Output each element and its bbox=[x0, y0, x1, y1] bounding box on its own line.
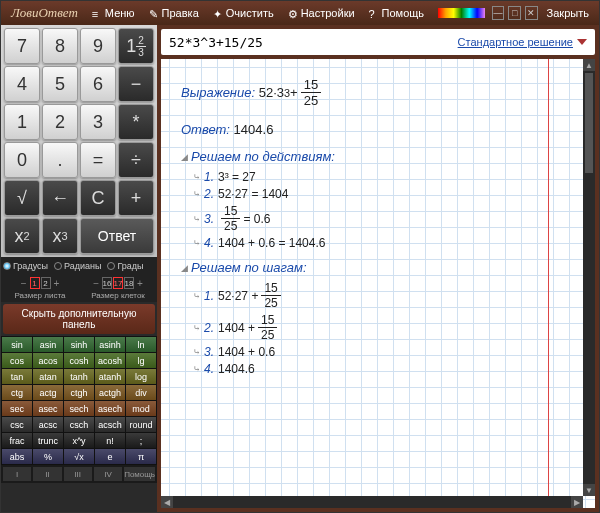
solution-type-link[interactable]: Стандартное решение bbox=[458, 36, 573, 48]
func-ctg[interactable]: ctg bbox=[2, 385, 32, 400]
func-atan[interactable]: atan bbox=[33, 369, 63, 384]
calculator-panel: 7 8 9 123 4 5 6 − 1 2 3 * 0 . = ÷ √ ← C … bbox=[1, 25, 157, 512]
key-multiply[interactable]: * bbox=[118, 104, 154, 140]
key-4[interactable]: 4 bbox=[4, 66, 40, 102]
scroll-right-icon[interactable]: ▶ bbox=[571, 496, 583, 508]
func-sinh[interactable]: sinh bbox=[64, 337, 94, 352]
key-answer[interactable]: Ответ bbox=[80, 218, 154, 254]
func-asinh[interactable]: asinh bbox=[95, 337, 125, 352]
scroll-thumb[interactable] bbox=[585, 73, 593, 173]
key-backspace[interactable]: ← bbox=[42, 180, 78, 216]
minimize-button[interactable]: — bbox=[492, 6, 505, 20]
menu-button[interactable]: ≡Меню bbox=[86, 5, 141, 21]
dropdown-icon[interactable] bbox=[577, 39, 587, 45]
maximize-button[interactable]: □ bbox=[508, 6, 521, 20]
close-button[interactable]: ✕ bbox=[525, 6, 538, 20]
func-asec[interactable]: asec bbox=[33, 401, 63, 416]
scroll-down-icon[interactable]: ▼ bbox=[583, 484, 595, 496]
func-acos[interactable]: acos bbox=[33, 353, 63, 368]
key-8[interactable]: 8 bbox=[42, 28, 78, 64]
key-equals[interactable]: = bbox=[80, 142, 116, 178]
func-csch[interactable]: csch bbox=[64, 417, 94, 432]
func-actg[interactable]: actg bbox=[33, 385, 63, 400]
func-acsc[interactable]: acsc bbox=[33, 417, 63, 432]
scroll-left-icon[interactable]: ◀ bbox=[161, 496, 173, 508]
hide-panel-button[interactable]: Скрыть дополнительную панель bbox=[3, 304, 155, 334]
radio-radians[interactable]: Радианы bbox=[54, 261, 101, 271]
key-minus[interactable]: − bbox=[118, 66, 154, 102]
func-ln[interactable]: ln bbox=[126, 337, 156, 352]
func-acsch[interactable]: acsch bbox=[95, 417, 125, 432]
func-tanh[interactable]: tanh bbox=[64, 369, 94, 384]
func-trunc[interactable]: trunc bbox=[33, 433, 63, 448]
func-√x[interactable]: √x bbox=[64, 449, 94, 464]
sheet-minus[interactable]: − bbox=[19, 278, 29, 289]
scroll-up-icon[interactable]: ▲ bbox=[583, 59, 595, 71]
scrollbar-vertical[interactable]: ▲▼ bbox=[583, 59, 595, 496]
key-2[interactable]: 2 bbox=[42, 104, 78, 140]
func-acosh[interactable]: acosh bbox=[95, 353, 125, 368]
func-e[interactable]: e bbox=[95, 449, 125, 464]
bottom-Помощь[interactable]: Помощь bbox=[124, 467, 155, 481]
func-tan[interactable]: tan bbox=[2, 369, 32, 384]
settings-button[interactable]: ⚙Настройки bbox=[282, 5, 361, 21]
key-clear[interactable]: C bbox=[80, 180, 116, 216]
key-9[interactable]: 9 bbox=[80, 28, 116, 64]
sheet-val-1[interactable]: 1 bbox=[30, 277, 40, 289]
func-atanh[interactable]: atanh bbox=[95, 369, 125, 384]
func-sin[interactable]: sin bbox=[2, 337, 32, 352]
key-divide[interactable]: ÷ bbox=[118, 142, 154, 178]
key-7[interactable]: 7 bbox=[4, 28, 40, 64]
clear-button[interactable]: ✦Очистить bbox=[207, 5, 280, 21]
key-plus[interactable]: + bbox=[118, 180, 154, 216]
scrollbar-horizontal[interactable]: ◀▶ bbox=[161, 496, 583, 508]
func-sec[interactable]: sec bbox=[2, 401, 32, 416]
radio-grads[interactable]: Грады bbox=[107, 261, 143, 271]
func-mod[interactable]: mod bbox=[126, 401, 156, 416]
func-;[interactable]: ; bbox=[126, 433, 156, 448]
sheet-val-2[interactable]: 2 bbox=[41, 277, 51, 289]
func-ctgh[interactable]: ctgh bbox=[64, 385, 94, 400]
key-sqrt[interactable]: √ bbox=[4, 180, 40, 216]
func-actgh[interactable]: actgh bbox=[95, 385, 125, 400]
func-csc[interactable]: csc bbox=[2, 417, 32, 432]
func-log[interactable]: log bbox=[126, 369, 156, 384]
key-fraction[interactable]: 123 bbox=[118, 28, 154, 64]
func-%[interactable]: % bbox=[33, 449, 63, 464]
key-0[interactable]: 0 bbox=[4, 142, 40, 178]
bottom-II[interactable]: II bbox=[33, 467, 61, 481]
help-button[interactable]: ?Помощь bbox=[363, 5, 431, 21]
edit-button[interactable]: ✎Правка bbox=[143, 5, 205, 21]
cell-plus[interactable]: + bbox=[135, 278, 145, 289]
key-x2[interactable]: x2 bbox=[4, 218, 40, 254]
func-div[interactable]: div bbox=[126, 385, 156, 400]
cell-minus[interactable]: − bbox=[91, 278, 101, 289]
func-frac[interactable]: frac bbox=[2, 433, 32, 448]
key-5[interactable]: 5 bbox=[42, 66, 78, 102]
func-n![interactable]: n! bbox=[95, 433, 125, 448]
func-x^y[interactable]: x^y bbox=[64, 433, 94, 448]
func-cos[interactable]: cos bbox=[2, 353, 32, 368]
func-abs[interactable]: abs bbox=[2, 449, 32, 464]
func-lg[interactable]: lg bbox=[126, 353, 156, 368]
func-cosh[interactable]: cosh bbox=[64, 353, 94, 368]
radio-degrees[interactable]: Градусы bbox=[3, 261, 48, 271]
key-1[interactable]: 1 bbox=[4, 104, 40, 140]
bottom-IV[interactable]: IV bbox=[94, 467, 122, 481]
key-x3[interactable]: x3 bbox=[42, 218, 78, 254]
func-π[interactable]: π bbox=[126, 449, 156, 464]
close-text-button[interactable]: Закрыть bbox=[541, 5, 595, 21]
func-asech[interactable]: asech bbox=[95, 401, 125, 416]
expression-input[interactable] bbox=[169, 35, 458, 50]
func-asin[interactable]: asin bbox=[33, 337, 63, 352]
key-3[interactable]: 3 bbox=[80, 104, 116, 140]
key-dot[interactable]: . bbox=[42, 142, 78, 178]
key-6[interactable]: 6 bbox=[80, 66, 116, 102]
func-round[interactable]: round bbox=[126, 417, 156, 432]
bottom-III[interactable]: III bbox=[64, 467, 92, 481]
bottom-I[interactable]: I bbox=[3, 467, 31, 481]
func-sech[interactable]: sech bbox=[64, 401, 94, 416]
solution-step: ⤷1. 52·27 + 1525 bbox=[193, 281, 335, 310]
sheet-plus[interactable]: + bbox=[52, 278, 62, 289]
solution-step: ⤷3. 1404 + 0.6 bbox=[193, 345, 335, 359]
